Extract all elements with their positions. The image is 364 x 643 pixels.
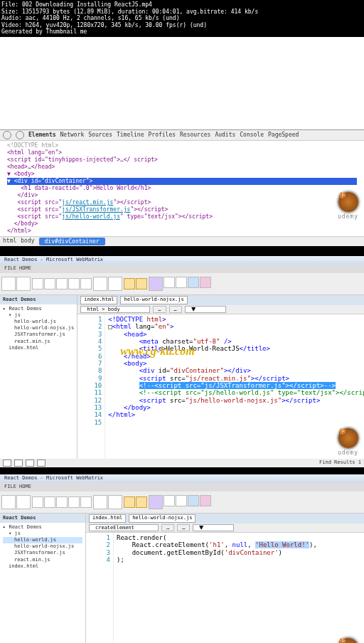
meta-audio: Audio: aac, 44100 Hz, 2 channels, s16, 6… — [1, 15, 363, 22]
ribbon-button[interactable] — [176, 277, 187, 288]
ribbon-button[interactable] — [56, 496, 68, 508]
tree-header: React Demos — [0, 514, 85, 523]
devtools-dom-tree[interactable]: <!DOCTYPE html> <html lang="en"> <script… — [0, 141, 364, 236]
tab-file[interactable]: hello-world-nojsx.js — [129, 514, 196, 523]
line-highlight: <!--<script src="js/JSXTransformer.js"><… — [139, 382, 336, 389]
tree-header: React Demos — [0, 295, 77, 304]
dom-line: </html> — [7, 228, 357, 235]
ribbon-button[interactable] — [136, 278, 147, 289]
tree-file[interactable]: react.min.js — [3, 339, 74, 345]
statusbar-icon[interactable] — [37, 459, 46, 467]
tree-file[interactable]: hello-world-nojsx.js — [3, 325, 74, 331]
ribbon-button[interactable] — [80, 496, 92, 508]
dom-line-selected[interactable]: ▼ <div id="divContainer"> — [7, 178, 357, 185]
tab-file[interactable]: index.html — [89, 514, 126, 523]
file-tree[interactable]: React Demos ▸ React Demos ▾ js hello-wor… — [0, 514, 86, 643]
ribbon-button[interactable] — [16, 277, 31, 291]
code-editor[interactable]: 123456789101112131415 <!DOCTYPE html> □<… — [77, 314, 364, 459]
divider — [0, 246, 364, 256]
tree-file[interactable]: hello-world-nojsx.js — [3, 543, 82, 550]
tab-sources[interactable]: Sources — [88, 132, 112, 138]
file-tree[interactable]: React Demos ▸ React Demos ▾ js hello-wor… — [0, 295, 77, 459]
inspect-icon[interactable] — [3, 131, 11, 139]
tab-audits[interactable]: Audits — [215, 132, 235, 138]
ribbon-button[interactable] — [108, 495, 122, 509]
tab-file[interactable]: hello-world-nojsx.js — [120, 296, 187, 304]
ribbon-button[interactable] — [1, 277, 16, 291]
ribbon-button[interactable] — [164, 495, 175, 506]
ribbon-button[interactable] — [149, 277, 163, 291]
tab-profiles[interactable]: Profiles — [149, 132, 176, 138]
tree-root[interactable]: ▸ React Demos — [3, 524, 82, 531]
btn[interactable]: … — [153, 306, 166, 313]
tree-folder-js[interactable]: ▾ js — [3, 531, 82, 537]
tree-file-selected[interactable]: hello-world.js — [3, 537, 82, 543]
code-editor[interactable]: 1234 React.render( React.createElement('… — [86, 533, 364, 643]
ribbon-button[interactable] — [136, 496, 147, 508]
ribbon-button[interactable] — [16, 495, 31, 509]
tab-timeline[interactable]: Timeline — [117, 132, 144, 138]
ribbon-button[interactable] — [200, 277, 211, 288]
ribbon-button[interactable] — [56, 278, 68, 289]
member-selector[interactable]: createElement — [89, 524, 159, 531]
ribbon-button[interactable] — [164, 277, 175, 288]
tab-console[interactable]: Console — [240, 132, 264, 138]
tab-resources[interactable]: Resources — [180, 132, 210, 138]
dom-line: </div> — [7, 192, 357, 199]
source[interactable]: React.render( React.createElement('h1', … — [114, 533, 364, 643]
ribbon-button[interactable] — [124, 278, 135, 289]
ribbon-button[interactable] — [44, 496, 55, 508]
ribbon-button[interactable] — [176, 495, 187, 506]
ribbon-button[interactable] — [124, 496, 135, 508]
ribbon-button[interactable] — [149, 495, 163, 509]
gutter: 1234 — [86, 533, 114, 643]
crumb-current[interactable]: div#divContainer — [39, 238, 105, 245]
ribbon-button[interactable] — [93, 277, 107, 291]
tree-file[interactable]: JSXTransformer.js — [3, 331, 74, 338]
tree-folder-js[interactable]: ▾ js — [3, 312, 74, 319]
dropdown[interactable]: ⯆ — [193, 524, 234, 531]
statusbar-icon[interactable] — [14, 459, 23, 467]
tab-file[interactable]: index.html — [80, 296, 117, 304]
ribbon-button[interactable] — [68, 278, 80, 289]
tree-file[interactable]: index.html — [3, 563, 82, 570]
ribbon-button[interactable] — [188, 495, 199, 506]
ribbon-button[interactable] — [68, 496, 80, 508]
btn[interactable]: … — [177, 524, 190, 531]
dom-line: <head>…</head> — [7, 164, 357, 171]
udemy-badge-icon: 🍪 — [338, 428, 358, 448]
source[interactable]: <!DOCTYPE html> □<html lang="en"> <head>… — [105, 314, 364, 459]
ribbon-button[interactable] — [80, 278, 92, 289]
title-bar: React Demos - Microsoft WebMatrix — [0, 256, 364, 265]
tab-pagespeed[interactable]: PageSpeed — [268, 132, 299, 138]
dom-line: <script src="js/react.min.js"></script> — [7, 199, 357, 206]
ribbon-button[interactable] — [44, 278, 55, 289]
tree-file[interactable]: JSXTransformer.js — [3, 550, 82, 556]
element-selector[interactable]: html > body — [80, 306, 150, 313]
ribbon-button[interactable] — [32, 278, 43, 289]
tree-root[interactable]: ▸ React Demos — [3, 306, 74, 312]
ribbon-button[interactable] — [1, 495, 16, 509]
crumb-html[interactable]: html — [3, 238, 16, 245]
ribbon-button[interactable] — [32, 496, 43, 508]
ribbon-button[interactable] — [188, 277, 199, 288]
ribbon-button[interactable] — [108, 277, 122, 291]
devtools-panel: Elements Network Sources Timeline Profil… — [0, 129, 364, 246]
ribbon-button[interactable] — [93, 495, 107, 509]
device-icon[interactable] — [16, 131, 24, 139]
status-bar: Find Results 1 — [0, 459, 364, 467]
dropdown[interactable]: ⯆ — [185, 306, 226, 313]
btn[interactable]: … — [161, 524, 174, 531]
menu-bar[interactable]: FILE HOME — [0, 265, 364, 273]
tree-file[interactable]: index.html — [3, 345, 74, 351]
tab-elements[interactable]: Elements — [28, 132, 56, 138]
tree-file[interactable]: hello-world.js — [3, 319, 74, 325]
crumb-body[interactable]: body — [21, 238, 34, 245]
tree-file[interactable]: react.min.js — [3, 557, 82, 563]
btn[interactable]: … — [169, 306, 182, 313]
ribbon-button[interactable] — [200, 495, 211, 506]
menu-bar[interactable]: FILE HOME — [0, 483, 364, 491]
tab-network[interactable]: Network — [60, 132, 85, 138]
statusbar-icon[interactable] — [3, 459, 11, 467]
statusbar-icon[interactable] — [26, 459, 34, 467]
